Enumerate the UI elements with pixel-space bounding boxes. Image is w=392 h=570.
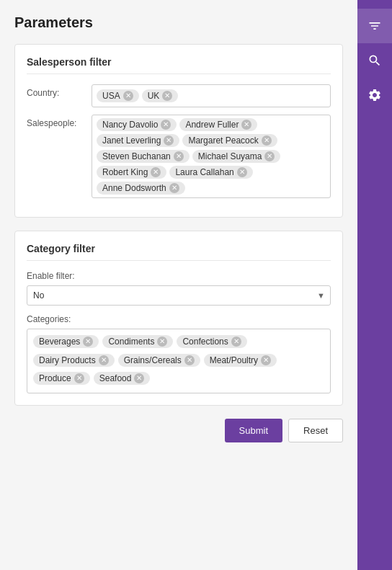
category-filter-title: Category filter [27,243,331,261]
tag-grains-text: Grains/Cereals [124,355,182,365]
tag-meat: Meat/Poultry ✕ [204,354,277,367]
categories-box[interactable]: Beverages ✕ Condiments ✕ Confections ✕ D… [27,329,331,393]
salesperson-filter-card: Salesperson filter Country: USA ✕ UK ✕ S… [14,44,343,218]
tag-michael-text: Michael Suyama [198,151,262,161]
sidebar-filter-icon[interactable] [357,9,392,43]
tag-confections-text: Confections [182,337,228,347]
tag-seafood-text: Seafood [99,373,132,383]
tag-uk-text: UK [148,91,160,101]
tag-margaret-remove[interactable]: ✕ [262,135,272,146]
tag-uk: UK ✕ [142,89,179,102]
tag-usa: USA ✕ [97,89,139,102]
tag-robert-text: Robert King [102,167,148,177]
filter-icon [368,19,382,33]
tag-usa-remove[interactable]: ✕ [123,91,133,101]
tag-robert-remove[interactable]: ✕ [151,167,161,177]
tag-beverages-text: Beverages [39,337,80,347]
salesperson-filter-title: Salesperson filter [27,56,331,74]
tag-janet-text: Janet Leverling [102,135,161,146]
main-content: Parameters Salesperson filter Country: U… [0,0,357,570]
tag-grains: Grains/Cereals ✕ [118,354,200,367]
tag-margaret-text: Margaret Peacock [188,135,258,146]
reset-button[interactable]: Reset [288,419,343,442]
tag-meat-text: Meat/Poultry [210,355,258,365]
tag-produce-text: Produce [39,373,71,383]
tag-usa-text: USA [102,91,120,101]
tag-laura-text: Laura Callahan [175,167,233,177]
sidebar-settings-icon[interactable] [357,78,392,112]
tag-nancy-remove[interactable]: ✕ [161,120,171,130]
enable-filter-select-wrapper: No Yes ▼ [27,285,331,306]
tag-dairy-text: Dairy Products [39,355,96,365]
tag-steven: Steven Buchanan ✕ [97,150,190,163]
tag-meat-remove[interactable]: ✕ [261,355,271,365]
tag-andrew-remove[interactable]: ✕ [241,120,251,130]
categories-label: Categories: [27,314,331,324]
sidebar [357,0,392,570]
tag-steven-remove[interactable]: ✕ [174,151,184,161]
tag-nancy-text: Nancy Davolio [102,120,158,130]
tag-steven-text: Steven Buchanan [102,151,171,161]
tag-michael-remove[interactable]: ✕ [264,151,275,161]
tag-michael: Michael Suyama ✕ [192,150,281,163]
search-icon [368,53,382,68]
enable-filter-select[interactable]: No Yes [27,285,331,306]
tag-janet-remove[interactable]: ✕ [164,135,174,146]
category-filter-card: Category filter Enable filter: No Yes ▼ … [14,231,343,406]
tag-grains-remove[interactable]: ✕ [184,355,195,365]
tag-produce: Produce ✕ [33,372,90,385]
footer-buttons: Submit Reset [14,419,343,442]
tag-dairy-remove[interactable]: ✕ [99,355,109,365]
tag-laura-remove[interactable]: ✕ [237,167,247,177]
tag-margaret: Margaret Peacock ✕ [182,134,277,147]
tag-confections-remove[interactable]: ✕ [231,337,241,347]
country-tags-box[interactable]: USA ✕ UK ✕ [92,84,331,107]
country-label: Country: [27,84,92,98]
tag-andrew-text: Andrew Fuller [185,120,239,130]
tag-laura: Laura Callahan ✕ [169,166,252,179]
page-title: Parameters [14,14,343,31]
sidebar-search-icon[interactable] [357,43,392,78]
tag-seafood: Seafood ✕ [94,372,151,385]
tag-uk-remove[interactable]: ✕ [162,91,172,101]
enable-filter-label: Enable filter: [27,271,331,281]
country-field-row: Country: USA ✕ UK ✕ [27,84,331,107]
tag-janet: Janet Leverling ✕ [97,134,179,147]
tag-andrew: Andrew Fuller ✕ [179,118,257,131]
tag-nancy: Nancy Davolio ✕ [97,118,177,131]
tag-confections: Confections ✕ [177,335,246,348]
tag-condiments: Condiments ✕ [102,335,173,348]
tag-beverages-remove[interactable]: ✕ [83,337,93,347]
tag-anne: Anne Dodsworth ✕ [97,182,185,195]
tag-dairy: Dairy Products ✕ [33,354,115,367]
salespeople-tags-box[interactable]: Nancy Davolio ✕ Andrew Fuller ✕ Janet Le… [92,115,331,198]
salespeople-field-row: Salespeople: Nancy Davolio ✕ Andrew Full… [27,115,331,198]
settings-icon [368,88,382,102]
tag-condiments-remove[interactable]: ✕ [157,337,167,347]
tag-produce-remove[interactable]: ✕ [74,373,84,383]
tag-beverages: Beverages ✕ [33,335,99,348]
salespeople-label: Salespeople: [27,115,92,128]
tag-anne-text: Anne Dodsworth [102,183,166,193]
tag-robert: Robert King ✕ [97,166,166,179]
tag-anne-remove[interactable]: ✕ [169,183,179,193]
submit-button[interactable]: Submit [225,419,282,442]
tag-condiments-text: Condiments [108,337,154,347]
tag-seafood-remove[interactable]: ✕ [134,373,144,383]
